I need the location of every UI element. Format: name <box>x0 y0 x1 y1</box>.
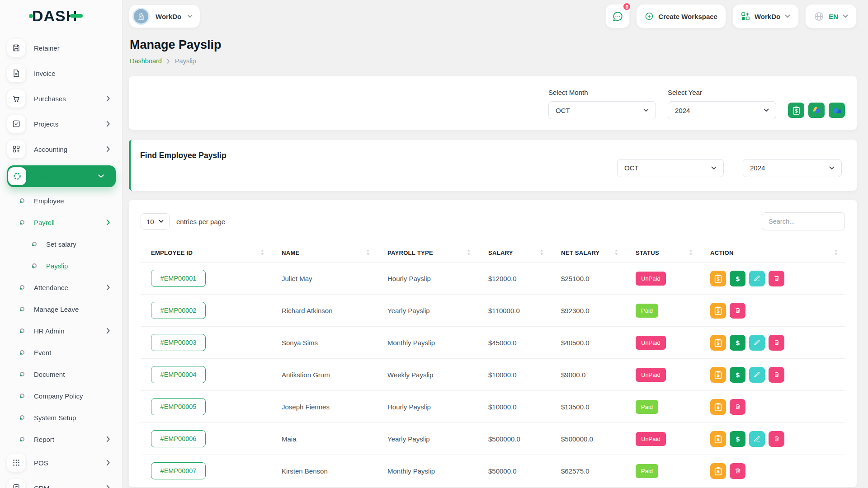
sidebar-item-pos[interactable]: POS <box>7 450 116 475</box>
bullet-icon <box>20 220 24 225</box>
employee-id-link[interactable]: #EMP00005 <box>151 398 206 415</box>
employee-id-link[interactable]: #EMP00004 <box>151 366 206 383</box>
sidebar-item-crm[interactable]: CRM <box>7 475 116 488</box>
search-input[interactable] <box>762 212 845 230</box>
column-header-salary[interactable]: SALARY <box>478 244 551 263</box>
find-card-title: Find Employee Payslip <box>140 151 226 160</box>
bullet-icon <box>20 415 24 420</box>
main-area: WorkDo 0 Create Workspace WorkDo EN <box>122 0 868 487</box>
delete-button[interactable] <box>730 463 745 479</box>
sidebar-item-label: Attendance <box>34 284 106 291</box>
export-payslip-button[interactable]: $ <box>788 103 804 118</box>
hrm-icon <box>8 167 26 185</box>
month-select[interactable]: OCT <box>548 101 656 119</box>
invoice-icon <box>7 64 25 82</box>
sidebar-item-set-salary[interactable]: Set salary <box>7 233 116 255</box>
employee-id-link[interactable]: #EMP00002 <box>151 302 206 319</box>
sidebar-item-purchases[interactable]: Purchases <box>7 86 116 111</box>
sidebar-item-company-policy[interactable]: Company Policy <box>7 385 116 407</box>
sidebar-item-employee[interactable]: Employee <box>7 190 116 211</box>
sidebar-item-payslip[interactable]: Payslip <box>7 255 116 277</box>
sidebar-item-label: Retainer <box>34 44 116 52</box>
payslip-button[interactable]: $ <box>710 335 726 351</box>
sidebar-item-payroll[interactable]: Payroll <box>7 211 116 233</box>
column-header-name[interactable]: NAME <box>271 244 377 263</box>
sidebar-item-label: Manage Leave <box>34 305 116 313</box>
sidebar-item-manage-leave[interactable]: Manage Leave <box>7 298 116 320</box>
delete-button[interactable] <box>769 367 784 383</box>
column-header-payroll-type[interactable]: PAYROLL TYPE <box>377 244 478 263</box>
select-year-label: Select Year <box>668 89 776 96</box>
onedrive-button[interactable] <box>829 103 845 118</box>
pay-button[interactable]: $ <box>730 335 745 351</box>
entries-per-page-select[interactable]: 10 <box>141 213 170 230</box>
employee-id-link[interactable]: #EMP00003 <box>151 334 206 351</box>
delete-button[interactable] <box>769 271 784 286</box>
payslip-button[interactable]: $ <box>710 271 726 286</box>
trash-icon <box>735 307 741 314</box>
payroll-type: Hourly Payslip <box>377 263 478 295</box>
pay-button[interactable]: $ <box>730 271 745 286</box>
year-select[interactable]: 2024 <box>668 101 776 119</box>
sidebar-item-event[interactable]: Event <box>7 342 116 363</box>
delete-button[interactable] <box>769 335 784 351</box>
breadcrumb-dashboard-link[interactable]: Dashboard <box>130 57 162 65</box>
payslip-button[interactable]: $ <box>710 303 726 319</box>
payslip-table-card: 10 entries per page EMPLOYEE IDNAMEPAYRO… <box>129 200 857 487</box>
employee-id-link[interactable]: #EMP00001 <box>151 270 206 287</box>
sidebar-item-label: Invoice <box>34 70 116 77</box>
sidebar-item-hrm[interactable]: HRM <box>7 165 116 187</box>
edit-button[interactable] <box>749 431 765 447</box>
sidebar-item-system-setup[interactable]: System Setup <box>7 407 116 428</box>
dash-logo[interactable]: DASH <box>0 0 122 32</box>
payslip-button[interactable]: $ <box>710 367 726 383</box>
workspace-selector[interactable]: WorkDo <box>129 5 200 28</box>
sidebar-item-attendance[interactable]: Attendance <box>7 277 116 298</box>
edit-button[interactable] <box>749 367 765 383</box>
bullet-icon <box>32 242 37 246</box>
edit-button[interactable] <box>749 271 765 286</box>
employee-name: Sonya Sims <box>271 327 377 359</box>
google-drive-button[interactable] <box>808 103 825 118</box>
table-row: #EMP00002Richard AtkinsonYearly Payslip$… <box>141 295 845 327</box>
find-month-select[interactable]: OCT <box>617 159 724 177</box>
chat-button[interactable]: 0 <box>605 4 630 28</box>
payslip-button[interactable]: $ <box>710 399 726 415</box>
column-header-employee-id[interactable]: EMPLOYEE ID <box>141 244 271 263</box>
delete-button[interactable] <box>769 431 784 447</box>
create-workspace-button[interactable]: Create Workspace <box>636 4 726 28</box>
sidebar-item-label: HR Admin <box>34 327 106 335</box>
sidebar-item-projects[interactable]: Projects <box>7 111 116 136</box>
delete-button[interactable] <box>730 399 745 415</box>
language-selector[interactable]: EN <box>805 4 857 28</box>
column-header-status[interactable]: STATUS <box>625 244 700 263</box>
sidebar-item-label: Employee <box>34 197 116 205</box>
find-year-select[interactable]: 2024 <box>743 159 842 177</box>
chevron-down-icon <box>99 173 103 179</box>
plus-circle-icon <box>645 12 654 21</box>
payroll-type: Monthly Payslip <box>377 327 478 359</box>
sidebar-item-report[interactable]: Report <box>7 428 116 450</box>
sidebar-item-accounting[interactable]: Accounting <box>7 136 116 162</box>
edit-button[interactable] <box>749 335 765 351</box>
sidebar-item-invoice[interactable]: Invoice <box>7 61 116 86</box>
payslip-button[interactable]: $ <box>710 431 726 447</box>
sidebar-item-retainer[interactable]: Retainer <box>7 35 116 61</box>
bullet-icon <box>20 394 24 398</box>
net-salary-value: $9000.0 <box>551 359 625 391</box>
row-actions: $$ <box>700 327 845 359</box>
delete-button[interactable] <box>730 303 745 319</box>
chevron-down-icon <box>159 220 164 223</box>
employee-id-link[interactable]: #EMP00007 <box>151 462 206 479</box>
pay-button[interactable]: $ <box>730 431 745 447</box>
sidebar-item-document[interactable]: Document <box>7 363 116 385</box>
pay-button[interactable]: $ <box>730 367 745 383</box>
column-header-net-salary[interactable]: NET SALARY <box>551 244 625 263</box>
column-header-action[interactable]: ACTION <box>700 244 845 263</box>
google-drive-icon <box>812 107 821 114</box>
employee-id-link[interactable]: #EMP00006 <box>151 430 206 447</box>
workdo-menu-button[interactable]: WorkDo <box>732 4 799 28</box>
payslip-button[interactable]: $ <box>710 463 726 479</box>
status-badge: UnPaid <box>636 272 666 286</box>
sidebar-item-hr-admin[interactable]: HR Admin <box>7 320 116 342</box>
